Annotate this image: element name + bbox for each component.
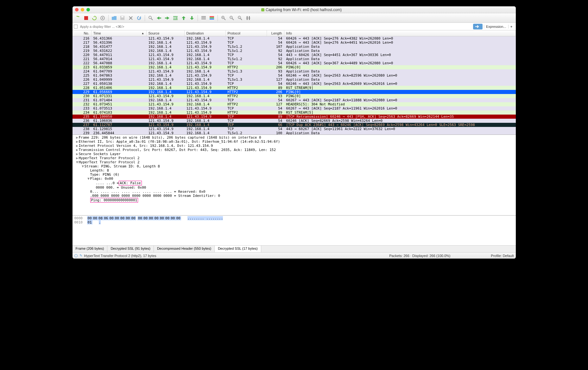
- minimize-icon[interactable]: [81, 8, 84, 11]
- table-row[interactable]: 239236.445844121.43.154.9192.168.1.4TLSv…: [73, 131, 516, 135]
- hex-row[interactable]: 001001.: [74, 220, 514, 224]
- table-row[interactable]: 21856.431477192.168.1.4121.43.154.9TLSv1…: [73, 45, 516, 49]
- bytes-tab[interactable]: Decrypted SSL (17 bytes): [215, 246, 261, 252]
- svg-rect-14: [201, 16, 206, 17]
- table-row[interactable]: 23361.073513192.168.1.4121.43.154.9TCP54…: [73, 106, 516, 110]
- status-center-text: Packets: 266 · Displayed: 266 (100.0%): [389, 254, 450, 258]
- col-time[interactable]: Time▲: [92, 30, 147, 36]
- status-profile[interactable]: Profile: Default: [451, 254, 514, 258]
- svg-point-7: [149, 16, 151, 19]
- detail-line[interactable]: Ping: 0000000000000001: [73, 198, 516, 203]
- table-row[interactable]: 22861.051406192.168.1.4121.43.154.9HTTP2…: [73, 86, 516, 90]
- hex-row[interactable]: 0000000008060000000000 0000000000000000.…: [74, 216, 514, 220]
- close-file-button[interactable]: [127, 15, 134, 22]
- table-row[interactable]: 23861.129815121.43.154.9192.168.1.4TCP54…: [73, 127, 516, 131]
- apply-filter-button[interactable]: [473, 24, 483, 29]
- filter-bar: Expression... +: [73, 23, 516, 30]
- table-row[interactable]: 22761.050138192.168.1.4121.43.154.9TCP54…: [73, 82, 516, 86]
- next-packet-button[interactable]: [164, 15, 171, 22]
- jump-to-button[interactable]: [172, 15, 179, 22]
- col-length[interactable]: Length: [267, 30, 284, 36]
- expert-info-icon[interactable]: [74, 254, 78, 257]
- col-no[interactable]: No.: [73, 30, 92, 36]
- table-row[interactable]: 23261.073451121.43.154.9192.168.1.4HTTP2…: [73, 102, 516, 106]
- table-row[interactable]: 22156.447014121.43.154.9192.168.1.4TLSv1…: [73, 57, 516, 61]
- close-icon[interactable]: [75, 8, 79, 11]
- table-row[interactable]: 22256.447088192.168.1.4121.43.154.9TCP54…: [73, 61, 516, 65]
- expression-button[interactable]: Expression...: [484, 25, 508, 28]
- svg-rect-13: [173, 19, 178, 20]
- table-row[interactable]: 21956.431622192.168.1.4121.43.154.9TLSv1…: [73, 49, 516, 53]
- edit-icon[interactable]: ✎: [79, 254, 82, 258]
- bytes-tab[interactable]: Decrypted SSL (91 bytes): [107, 246, 154, 252]
- resize-columns-button[interactable]: [245, 15, 252, 22]
- bookmark-icon[interactable]: [74, 25, 78, 28]
- detail-line[interactable]: ▶Internet Protocol Version 4, Src: 192.1…: [73, 144, 516, 148]
- table-row[interactable]: 22561.047863192.168.1.4121.43.154.9TCP54…: [73, 73, 516, 78]
- detail-line[interactable]: ▼Flags: 0x00: [73, 177, 516, 181]
- table-row[interactable]: 23761.112787121.43.154.9192.168.1.4TCP66…: [73, 123, 516, 127]
- table-row[interactable]: 23461.074103192.168.1.4121.43.154.9HTTP2…: [73, 110, 516, 115]
- svg-point-2: [102, 17, 103, 19]
- zoom-reset-button[interactable]: 1: [237, 15, 243, 22]
- table-row[interactable]: 23661.106036121.43.154.9192.168.1.4TCP54…: [73, 119, 516, 123]
- table-row[interactable]: 23161.071484192.168.1.4121.43.154.9TCP54…: [73, 98, 516, 102]
- restart-capture-button[interactable]: [91, 15, 98, 22]
- svg-line-26: [232, 18, 234, 20]
- table-row[interactable]: 22056.447011121.43.154.9192.168.1.4TCP54…: [73, 53, 516, 57]
- col-destination[interactable]: Destination: [185, 30, 226, 36]
- bytes-tab[interactable]: Frame (206 bytes): [73, 246, 108, 252]
- detail-line[interactable]: Type: PING (6): [73, 172, 516, 177]
- detail-line[interactable]: .... ...0 = ACK: False: [73, 181, 516, 185]
- detail-line[interactable]: ▼HyperText Transfer Protocol 2: [73, 160, 516, 164]
- detail-line[interactable]: 0000 000. = Unused: 0x00: [73, 185, 516, 190]
- prev-packet-button[interactable]: [155, 15, 162, 22]
- packet-list[interactable]: 21656.431366121.43.154.9192.168.1.4TCP54…: [73, 36, 516, 135]
- zoom-in-button[interactable]: [220, 15, 227, 22]
- app-window: Capturing from Wi-Fi: en0 (host halfrost…: [73, 6, 516, 259]
- table-row[interactable]: 21656.431366121.43.154.9192.168.1.4TCP54…: [73, 36, 516, 41]
- wireshark-icon: [261, 8, 264, 11]
- detail-line[interactable]: .000 0000 0000 0000 0000 0000 0000 0000 …: [73, 194, 516, 198]
- table-row[interactable]: 22461.047709121.43.154.9192.168.1.4TLSv1…: [73, 69, 516, 73]
- save-file-button[interactable]: [119, 15, 126, 22]
- table-row[interactable]: 22661.049999121.43.154.9192.168.1.4TLSv1…: [73, 78, 516, 82]
- detail-line[interactable]: ▶Secure Sockets Layer: [73, 152, 516, 156]
- detail-line[interactable]: ▶Ethernet II, Src: Apple_a0:3a:01 (f0:18…: [73, 140, 516, 144]
- colorize-button[interactable]: [208, 15, 215, 22]
- col-protocol[interactable]: Protocol: [226, 30, 267, 36]
- table-row[interactable]: 21756.431396192.168.1.4121.43.154.9TCP54…: [73, 41, 516, 45]
- reload-button[interactable]: [136, 15, 142, 22]
- zoom-icon[interactable]: [86, 8, 90, 11]
- col-source[interactable]: Source: [147, 30, 185, 36]
- start-capture-button[interactable]: [74, 15, 81, 22]
- capture-options-button[interactable]: [99, 15, 106, 22]
- packet-details[interactable]: ▶Frame 229: 206 bytes on wire (1648 bits…: [73, 135, 516, 215]
- col-info[interactable]: Info: [284, 30, 516, 36]
- display-filter-input[interactable]: [79, 24, 472, 29]
- detail-line[interactable]: 0... .... .... .... .... .... .... .... …: [73, 190, 516, 194]
- detail-line[interactable]: ▶Frame 229: 206 bytes on wire (1648 bits…: [73, 135, 516, 140]
- detail-line[interactable]: ▼Stream: PING, Stream ID: 0, Length 8: [73, 164, 516, 168]
- table-row[interactable]: 22961.056669192.168.1.4121.43.154.9HTTP2…: [73, 90, 516, 94]
- zoom-out-button[interactable]: [228, 15, 235, 22]
- bytes-tab[interactable]: Decompressed Header (550 bytes): [154, 246, 215, 252]
- table-row[interactable]: 23561.100050192.168.1.4121.43.154.9TCP89…: [73, 115, 516, 119]
- last-packet-button[interactable]: [188, 15, 195, 22]
- svg-rect-17: [210, 16, 214, 17]
- find-packet-button[interactable]: [147, 15, 154, 22]
- detail-line[interactable]: ▶Transmission Control Protocol, Src Port…: [73, 148, 516, 152]
- table-row[interactable]: 23061.071331121.43.154.9192.168.1.4HTTP2…: [73, 94, 516, 98]
- table-row[interactable]: 22361.033859192.168.1.4121.43.154.9HTTP2…: [73, 65, 516, 69]
- first-packet-button[interactable]: [180, 15, 187, 22]
- stop-capture-button[interactable]: [83, 15, 90, 22]
- svg-rect-18: [210, 17, 214, 18]
- open-file-button[interactable]: [111, 15, 118, 22]
- detail-line[interactable]: ▶HyperText Transfer Protocol 2: [73, 156, 516, 160]
- svg-rect-15: [201, 17, 206, 18]
- auto-scroll-button[interactable]: [200, 15, 207, 22]
- detail-line[interactable]: Length: 8: [73, 168, 516, 172]
- packet-bytes[interactable]: 0000000008060000000000 0000000000000000.…: [73, 215, 516, 245]
- add-filter-button[interactable]: +: [508, 25, 515, 28]
- sort-asc-icon: ▲: [142, 32, 144, 35]
